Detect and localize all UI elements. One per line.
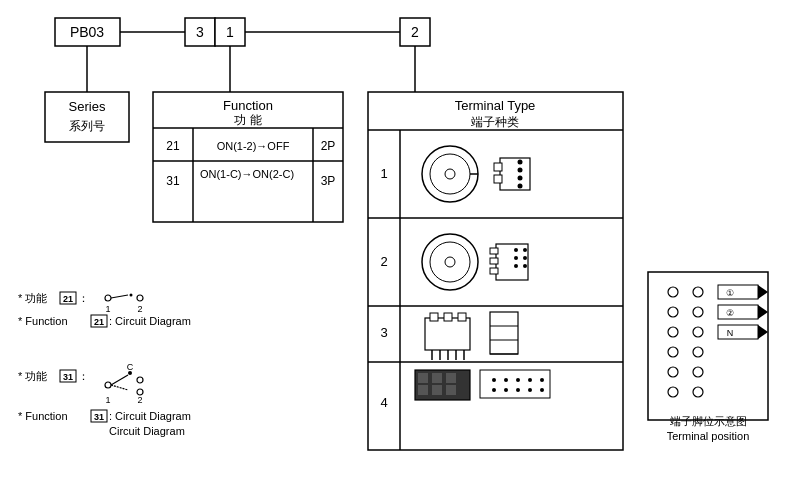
func-code-21: 21 bbox=[166, 139, 180, 153]
svg-point-42 bbox=[523, 248, 527, 252]
svg-line-107 bbox=[111, 385, 128, 390]
function-en: Function bbox=[223, 98, 273, 113]
note-31-zh: * 功能 bbox=[18, 370, 47, 382]
svg-point-79 bbox=[668, 307, 678, 317]
note-21-pin2: 2 bbox=[137, 304, 142, 314]
note-31-code: 31 bbox=[63, 372, 73, 382]
svg-point-69 bbox=[528, 378, 532, 382]
svg-rect-59 bbox=[418, 373, 428, 383]
svg-point-34 bbox=[445, 257, 455, 267]
svg-point-81 bbox=[668, 327, 678, 337]
svg-point-78 bbox=[693, 287, 703, 297]
svg-point-70 bbox=[540, 378, 544, 382]
svg-point-87 bbox=[668, 387, 678, 397]
svg-rect-45 bbox=[425, 318, 470, 350]
note-21-fn-suffix: : Circuit Diagram bbox=[109, 315, 191, 327]
box2-label: 2 bbox=[411, 24, 419, 40]
func-desc-21: ON(1-2)→OFF bbox=[217, 140, 290, 152]
pin-label-1: ① bbox=[726, 288, 734, 298]
svg-point-83 bbox=[668, 347, 678, 357]
func-desc-31a: ON(1-C)→ON(2-C) bbox=[200, 168, 294, 180]
svg-point-44 bbox=[523, 264, 527, 268]
svg-point-82 bbox=[693, 327, 703, 337]
svg-rect-89 bbox=[718, 285, 758, 299]
pb03-label: PB03 bbox=[70, 24, 104, 40]
terminal-num-4: 4 bbox=[380, 395, 387, 410]
box3-label: 3 bbox=[196, 24, 204, 40]
svg-rect-63 bbox=[432, 385, 442, 395]
note-31-zh-colon: ： bbox=[78, 370, 89, 382]
svg-line-103 bbox=[111, 375, 128, 385]
terminal-pos-en: Terminal position bbox=[667, 430, 750, 442]
terminal-en: Terminal Type bbox=[455, 98, 536, 113]
terminal-zh: 端子种类 bbox=[471, 115, 519, 129]
svg-rect-91 bbox=[718, 305, 758, 319]
svg-point-74 bbox=[528, 388, 532, 392]
svg-point-98 bbox=[130, 294, 133, 297]
svg-point-43 bbox=[523, 256, 527, 260]
func-pin-31: 3P bbox=[321, 174, 336, 188]
pin-label-n: N bbox=[727, 328, 734, 338]
svg-point-71 bbox=[492, 388, 496, 392]
note-21-zh-colon: ： bbox=[78, 292, 89, 304]
note-21-fn-prefix: * Function bbox=[18, 315, 68, 327]
series-zh: 系列号 bbox=[69, 119, 105, 133]
svg-point-23 bbox=[445, 169, 455, 179]
terminal-num-2: 2 bbox=[380, 254, 387, 269]
note-31-fn-suffix: : Circuit Diagram bbox=[109, 410, 191, 422]
svg-rect-54 bbox=[490, 312, 518, 354]
note-31-pin2: 2 bbox=[137, 395, 142, 405]
note-31-circuit: Circuit Diagram bbox=[109, 425, 185, 437]
terminal-num-3: 3 bbox=[380, 325, 387, 340]
function-zh: 功 能 bbox=[234, 113, 261, 127]
svg-rect-26 bbox=[494, 163, 502, 171]
svg-point-104 bbox=[128, 371, 132, 375]
svg-rect-37 bbox=[490, 258, 498, 264]
svg-point-39 bbox=[514, 248, 518, 252]
terminal-pos-zh: 端子脚位示意图 bbox=[670, 415, 747, 427]
svg-point-72 bbox=[504, 388, 508, 392]
svg-rect-93 bbox=[718, 325, 758, 339]
svg-rect-38 bbox=[490, 268, 498, 274]
note-21-zh: * 功能 bbox=[18, 292, 47, 304]
terminal-num-1: 1 bbox=[380, 166, 387, 181]
svg-point-41 bbox=[514, 264, 518, 268]
svg-rect-60 bbox=[432, 373, 442, 383]
svg-rect-25 bbox=[500, 158, 530, 190]
box1-label: 1 bbox=[226, 24, 234, 40]
note-21-code: 21 bbox=[63, 294, 73, 304]
note-31-c: C bbox=[127, 362, 134, 372]
svg-rect-36 bbox=[490, 248, 498, 254]
pin-label-2: ② bbox=[726, 308, 734, 318]
svg-rect-64 bbox=[446, 385, 456, 395]
svg-point-29 bbox=[518, 168, 523, 173]
svg-rect-46 bbox=[430, 313, 438, 321]
series-en: Series bbox=[69, 99, 106, 114]
svg-point-40 bbox=[514, 256, 518, 260]
svg-point-88 bbox=[693, 387, 703, 397]
svg-point-80 bbox=[693, 307, 703, 317]
svg-point-31 bbox=[518, 184, 523, 189]
svg-point-68 bbox=[516, 378, 520, 382]
note-21-fn-code: 21 bbox=[94, 317, 104, 327]
svg-rect-62 bbox=[418, 385, 428, 395]
main-diagram: PB03 3 1 2 Series 系列号 Function 功 能 21 ON… bbox=[0, 0, 797, 503]
svg-point-96 bbox=[105, 295, 111, 301]
note-21-pin1: 1 bbox=[105, 304, 110, 314]
svg-rect-47 bbox=[444, 313, 452, 321]
func-code-31: 31 bbox=[166, 174, 180, 188]
svg-point-67 bbox=[504, 378, 508, 382]
svg-rect-27 bbox=[494, 175, 502, 183]
svg-point-105 bbox=[137, 377, 143, 383]
note-31-fn-prefix: * Function bbox=[18, 410, 68, 422]
svg-point-30 bbox=[518, 176, 523, 181]
svg-point-85 bbox=[668, 367, 678, 377]
svg-point-84 bbox=[693, 347, 703, 357]
svg-point-75 bbox=[540, 388, 544, 392]
svg-point-77 bbox=[668, 287, 678, 297]
svg-rect-61 bbox=[446, 373, 456, 383]
svg-point-28 bbox=[518, 160, 523, 165]
svg-line-97 bbox=[111, 295, 128, 298]
func-pin-21: 2P bbox=[321, 139, 336, 153]
svg-rect-65 bbox=[480, 370, 550, 398]
